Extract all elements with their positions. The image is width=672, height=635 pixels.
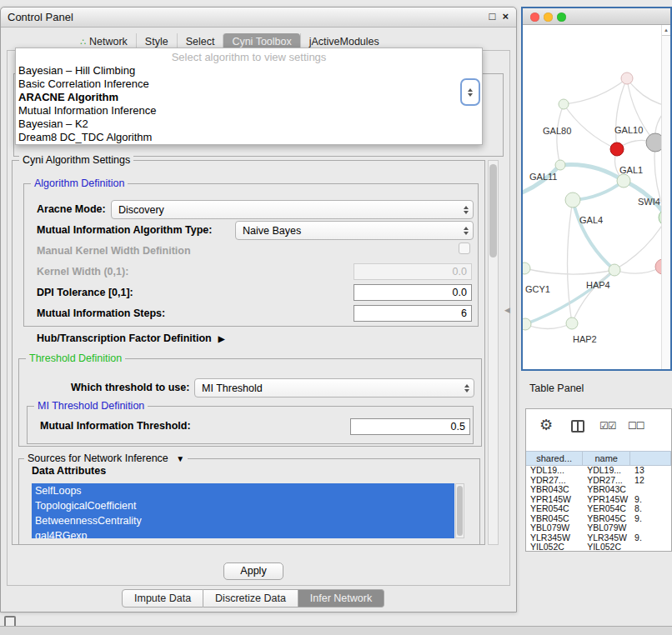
network-node[interactable] — [555, 160, 565, 170]
network-node[interactable] — [621, 72, 633, 84]
panel-collapse-icon[interactable]: ◀ — [504, 306, 510, 314]
network-scrollbar[interactable]: ▲ — [661, 25, 670, 369]
mi-steps-field[interactable]: 6 — [354, 305, 472, 322]
algorithm-option[interactable]: Bayesian – K2 — [16, 118, 482, 131]
algorithm-options: Bayesian – Hill ClimbingBasic Correlatio… — [16, 64, 482, 144]
network-edge[interactable] — [525, 270, 614, 324]
network-canvas[interactable]: GAL80GAL10GAL11GAL1SWI4GAL4GCY1HAP4HAP2G… — [523, 25, 670, 369]
algorithm-option[interactable]: Basic Correlation Inference — [16, 78, 482, 91]
network-icon: ∴ — [80, 37, 86, 47]
table-cell: YER054C — [583, 504, 630, 514]
algorithm-option[interactable]: Dream8 DC_TDC Algorithm — [16, 131, 482, 144]
tab-label: Network — [89, 36, 128, 48]
hub-definition-expander[interactable]: Hub/Transcription Factor Definition▶ — [37, 332, 224, 344]
expand-right-icon: ▶ — [218, 334, 225, 343]
table-cell: YER054C — [526, 504, 583, 514]
attribute-item[interactable]: TopologicalCoefficient — [32, 498, 454, 513]
network-node[interactable] — [559, 99, 569, 109]
mi-threshold-field[interactable]: 0.5 — [350, 418, 470, 435]
network-edge[interactable] — [616, 78, 627, 149]
table-cell: YBL079W — [583, 523, 630, 533]
column-header[interactable] — [630, 452, 671, 465]
mi-algorithm-type-select[interactable]: Naive Bayes — [235, 221, 474, 240]
collapse-down-icon: ▼ — [176, 454, 184, 463]
zoom-traffic-light[interactable] — [557, 12, 566, 22]
column-header[interactable]: shared... — [526, 452, 583, 465]
table-row[interactable]: YBR045CYBR045C9. — [526, 514, 671, 524]
scrollbar-thumb[interactable] — [457, 486, 463, 536]
table-row[interactable]: YDL19...YDL19...13 — [526, 466, 671, 476]
aracne-mode-select[interactable]: Discovery — [111, 200, 474, 219]
network-node[interactable] — [565, 192, 580, 208]
attribute-item[interactable]: gal4RGexp — [32, 528, 454, 538]
network-edge[interactable] — [560, 164, 624, 181]
algorithm-option[interactable]: Mutual Information Inference — [16, 104, 482, 118]
table-cell — [630, 542, 671, 552]
mi-type-label: Mutual Information Algorithm Type: — [37, 224, 212, 236]
attributes-scrollbar[interactable] — [455, 483, 464, 538]
combo-arrows-icon — [468, 93, 473, 97]
table-cell: YBR043C — [526, 485, 583, 495]
minimize-traffic-light[interactable] — [544, 12, 553, 22]
data-attributes-label: Data Attributes — [32, 465, 106, 477]
table-cell: YLR345W — [526, 533, 583, 543]
select-all-columns-icon[interactable]: ☑☑ — [599, 420, 616, 432]
gear-icon[interactable]: ⚙ — [539, 416, 553, 434]
scroll-up-icon[interactable]: ▲ — [662, 25, 670, 36]
settings-scrollbar[interactable] — [488, 160, 499, 545]
table-row[interactable]: YLR345WYLR345W9. — [526, 533, 671, 543]
window-title: Control Panel — [8, 11, 73, 23]
network-node[interactable] — [523, 262, 530, 274]
table-row[interactable]: YPR145WYPR145W9. — [526, 495, 671, 505]
algorithm-option[interactable]: Bayesian – Hill Climbing — [16, 64, 482, 78]
network-edge[interactable] — [564, 104, 617, 149]
table-cell: YBR045C — [526, 514, 583, 524]
network-edge[interactable] — [524, 268, 614, 274]
table-row[interactable]: YDR27...YDR27...12 — [526, 476, 671, 486]
table-row[interactable]: YIL052CYIL052C — [526, 542, 671, 552]
float-window-icon[interactable]: □ — [489, 10, 496, 22]
network-node[interactable] — [523, 318, 531, 330]
attribute-item[interactable]: BetweennessCentrality — [32, 513, 454, 528]
columns-icon[interactable] — [571, 420, 584, 432]
network-node[interactable] — [566, 318, 578, 329]
attribute-item[interactable]: SelfLoops — [32, 483, 454, 498]
bottom-tab-impute-data[interactable]: Impute Data — [122, 589, 203, 608]
table-row[interactable]: YER054CYER054C8. — [526, 504, 671, 514]
group-title: Algorithm Definition — [31, 178, 128, 189]
close-window-icon[interactable]: × — [502, 10, 509, 22]
bottom-tab-infer-network[interactable]: Infer Network — [298, 589, 384, 608]
network-edge[interactable] — [525, 323, 572, 329]
network-edge[interactable] — [564, 78, 627, 104]
algorithm-combo-button[interactable] — [460, 78, 480, 106]
data-attributes-list[interactable]: SelfLoopsTopologicalCoefficientBetweenne… — [32, 483, 454, 538]
apply-button[interactable]: Apply — [223, 562, 283, 580]
control-panel-titlebar[interactable]: Control Panel □ × — [1, 8, 516, 28]
column-header[interactable]: name — [583, 452, 630, 465]
which-threshold-label: Which threshold to use: — [71, 382, 189, 393]
deselect-all-columns-icon[interactable]: ☐☐ — [628, 420, 644, 432]
manual-kernel-width-checkbox[interactable] — [459, 242, 470, 254]
algorithm-option[interactable]: ARACNE Algorithm — [16, 91, 482, 104]
network-edge[interactable] — [573, 181, 624, 200]
network-graph[interactable]: GAL80GAL10GAL11GAL1SWI4GAL4GCY1HAP4HAP2G… — [523, 25, 670, 369]
kernel-width-field[interactable]: 0.0 — [354, 263, 472, 280]
mi-threshold-label: Mutual Information Threshold: — [40, 420, 191, 432]
sources-expander[interactable]: Sources for Network Inference ▼ — [24, 452, 188, 464]
dpi-tolerance-field[interactable]: 0.0 — [354, 284, 472, 301]
close-traffic-light[interactable] — [530, 12, 539, 22]
which-threshold-select[interactable]: MI Threshold — [194, 378, 474, 398]
group-title: Cyni Algorithm Settings — [19, 154, 133, 166]
combo-arrows-icon — [464, 379, 469, 397]
network-node[interactable] — [609, 264, 620, 276]
table-cell: 9. — [630, 495, 671, 505]
table-row[interactable]: YBL079WYBL079W — [526, 523, 671, 533]
network-edge[interactable] — [573, 200, 614, 270]
scrollbar-thumb[interactable] — [489, 164, 497, 258]
bottom-tab-discretize-data[interactable]: Discretize Data — [203, 589, 298, 608]
network-node[interactable] — [610, 142, 624, 156]
network-window-titlebar[interactable] — [523, 8, 670, 25]
table-row[interactable]: YBR043CYBR043C — [526, 485, 671, 495]
selected-value: MI Threshold — [202, 382, 263, 394]
network-node[interactable] — [617, 174, 630, 188]
